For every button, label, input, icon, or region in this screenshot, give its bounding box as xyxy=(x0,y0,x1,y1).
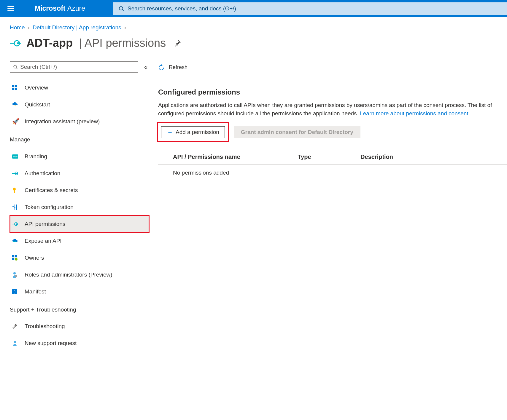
svg-point-34 xyxy=(13,272,16,274)
chevron-right-icon: › xyxy=(28,24,30,31)
hamburger-menu-icon[interactable] xyxy=(7,6,14,11)
sidebar-item-api-permissions[interactable]: API permissions xyxy=(10,215,149,232)
breadcrumb: Home › Default Directory | App registrat… xyxy=(10,24,507,33)
global-search[interactable] xyxy=(113,2,507,15)
svg-text:{}: {} xyxy=(14,290,16,293)
svg-line-6 xyxy=(16,68,18,69)
sidebar-item-token-configuration[interactable]: Token configuration xyxy=(10,199,149,215)
grant-consent-label: Grant admin consent for Default Director… xyxy=(241,129,353,135)
main-content: Refresh Configured permissions Applicati… xyxy=(158,61,507,352)
sidebar-item-label: Expose an API xyxy=(25,238,62,244)
section-description: Applications are authorized to call APIs… xyxy=(158,101,499,117)
svg-point-27 xyxy=(16,223,17,225)
brand-bold: Microsoft xyxy=(35,4,66,12)
key-icon xyxy=(12,187,19,193)
sidebar-search-input[interactable] xyxy=(20,64,135,70)
sidebar-item-label: New support request xyxy=(25,340,77,346)
sidebar-item-label: Branding xyxy=(25,153,47,160)
breadcrumb-directory[interactable]: Default Directory | App registrations xyxy=(33,24,121,31)
brand-logo[interactable]: Microsoft Azure xyxy=(35,4,85,12)
sidebar-item-overview[interactable]: Overview xyxy=(10,79,149,96)
permissions-table: API / Permissions name Type Description … xyxy=(158,149,507,181)
svg-point-28 xyxy=(13,241,15,242)
plus-icon: ＋ xyxy=(167,128,173,137)
sidebar-section-support: Support + Troubleshooting xyxy=(10,306,149,316)
sidebar-item-label: Manifest xyxy=(25,288,46,295)
svg-rect-18 xyxy=(14,192,15,192)
pin-icon[interactable] xyxy=(174,40,181,47)
refresh-icon[interactable] xyxy=(158,64,165,71)
search-icon xyxy=(13,65,18,69)
sidebar-item-label: Quickstart xyxy=(25,101,50,108)
svg-rect-24 xyxy=(16,206,17,207)
sidebar-item-branding[interactable]: www Branding xyxy=(10,148,149,165)
sidebar-item-roles[interactable]: Roles and administrators (Preview) xyxy=(10,266,149,283)
brand-light: Azure xyxy=(67,4,85,12)
sidebar-item-label: Integration assistant (preview) xyxy=(25,118,100,125)
sidebar-item-manifest[interactable]: {} Manifest xyxy=(10,283,149,300)
learn-more-link[interactable]: Learn more about permissions and consent xyxy=(360,110,468,116)
app-name: ADT-app xyxy=(26,37,73,49)
sidebar-item-label: Troubleshooting xyxy=(25,323,65,330)
add-permission-button[interactable]: ＋ Add a permission xyxy=(161,126,225,138)
collapse-sidebar-icon[interactable]: « xyxy=(142,64,149,71)
sidebar-item-authentication[interactable]: Authentication xyxy=(10,165,149,182)
svg-rect-9 xyxy=(12,88,14,90)
sidebar-item-integration-assistant[interactable]: 🚀 Integration assistant (preview) xyxy=(10,113,149,130)
add-permission-label: Add a permission xyxy=(176,129,219,135)
search-icon xyxy=(119,6,124,11)
svg-point-4 xyxy=(17,42,19,44)
svg-text:www: www xyxy=(12,156,18,158)
page-title: ADT-app | API permissions xyxy=(26,37,166,49)
svg-point-15 xyxy=(16,173,18,174)
toolbar: Refresh xyxy=(158,61,507,76)
sidebar-item-certificates[interactable]: Certificates & secrets xyxy=(10,182,149,199)
sidebar-item-new-support-request[interactable]: New support request xyxy=(10,335,149,352)
sidebar-item-troubleshooting[interactable]: Troubleshooting xyxy=(10,318,149,335)
owners-icon xyxy=(12,255,19,261)
sidebar: « Overview Quickstart 🚀 Integ xyxy=(10,61,158,352)
authentication-icon xyxy=(12,171,19,176)
sidebar-item-label: Overview xyxy=(25,84,48,91)
chevron-right-icon: › xyxy=(124,24,126,31)
section-title: Configured permissions xyxy=(158,88,507,96)
svg-point-5 xyxy=(14,65,17,68)
sidebar-item-label: Roles and administrators (Preview) xyxy=(25,272,112,278)
sliders-icon xyxy=(12,205,19,210)
svg-rect-23 xyxy=(14,207,15,208)
svg-point-29 xyxy=(15,241,16,242)
col-api: API / Permissions name xyxy=(158,149,298,165)
add-permission-highlight: ＋ Add a permission xyxy=(158,123,228,141)
svg-rect-8 xyxy=(15,85,17,87)
sidebar-item-label: Authentication xyxy=(25,170,60,177)
global-search-input[interactable] xyxy=(128,5,502,12)
page-title-row: ADT-app | API permissions xyxy=(10,37,507,49)
sidebar-item-quickstart[interactable]: Quickstart xyxy=(10,96,149,113)
sidebar-item-expose-api[interactable]: Expose an API xyxy=(10,232,149,249)
breadcrumb-home[interactable]: Home xyxy=(10,24,25,31)
grant-admin-consent-button: Grant admin consent for Default Director… xyxy=(234,126,360,138)
col-type: Type xyxy=(298,149,360,165)
svg-rect-32 xyxy=(12,258,14,260)
svg-line-1 xyxy=(122,9,124,11)
svg-rect-7 xyxy=(12,85,14,87)
sidebar-item-label: API permissions xyxy=(25,221,65,227)
app-registration-icon xyxy=(10,38,21,49)
svg-point-33 xyxy=(15,258,18,261)
branding-icon: www xyxy=(12,154,19,159)
svg-rect-30 xyxy=(12,255,14,257)
empty-row: No permissions added xyxy=(158,165,507,181)
grid-icon xyxy=(12,85,19,90)
sidebar-section-manage: Manage xyxy=(10,136,149,146)
sidebar-item-label: Token configuration xyxy=(25,204,74,210)
cloud-api-icon xyxy=(12,239,19,243)
support-person-icon xyxy=(12,340,19,346)
svg-rect-31 xyxy=(15,255,17,257)
sidebar-search[interactable] xyxy=(10,61,138,73)
refresh-button[interactable]: Refresh xyxy=(169,64,187,71)
svg-point-35 xyxy=(15,275,17,277)
sidebar-item-label: Certificates & secrets xyxy=(25,187,78,194)
sidebar-item-owners[interactable]: Owners xyxy=(10,249,149,266)
page-subtitle: API permissions xyxy=(85,37,166,49)
manifest-icon: {} xyxy=(12,289,19,294)
